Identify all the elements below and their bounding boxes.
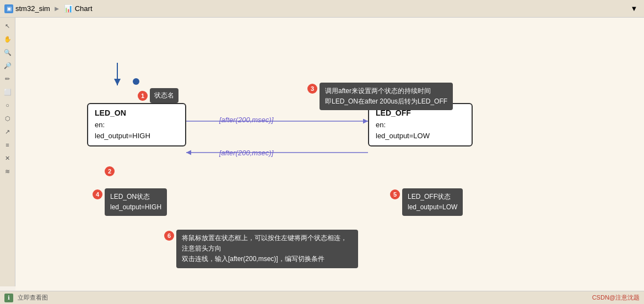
dropdown-button[interactable]: ▼ [629,3,640,14]
sidebar-grid-btn[interactable]: ≋ [2,165,14,177]
transition-top-label[interactable]: [after(200,msec)] [219,116,273,124]
tooltip-1-box: 状态名 [150,88,178,103]
sidebar-hand-btn[interactable]: ✋ [2,33,14,45]
sidebar-list-btn[interactable]: ≡ [2,139,14,151]
led-on-output: led_output=HIGH [95,132,150,140]
led-off-output: led_output=LOW [376,132,430,140]
badge-6: 6 [164,231,174,241]
tooltip-3-line1: 调用after来设置两个状态的持续时间 [325,86,447,96]
initial-state-dot [133,78,139,85]
sidebar-cursor-btn[interactable]: ↖ [2,20,14,32]
tooltip-5-container: 5 LED_OFF状态 led_output=LOW [390,188,463,216]
sidebar-zoomout-btn[interactable]: 🔎 [2,59,14,72]
tooltip-6-line1: 将鼠标放置在状态框上，可以按住左键将两个状态相连，注意箭头方向 [182,233,353,254]
tooltip-6-box: 将鼠标放置在状态框上，可以按住左键将两个状态相连，注意箭头方向 双击连线，输入[… [176,230,358,268]
transition-top-text: [after(200,msec)] [219,116,273,124]
sidebar-arrow-btn[interactable]: ↗ [2,126,14,138]
tooltip-6-line2: 双击连线，输入[after(200,msec)]，编写切换条件 [182,254,353,264]
page-title: Chart [75,4,93,13]
tooltip-5-line1: LED_OFF状态 [408,192,457,202]
tooltip-3-box: 调用after来设置两个状态的持续时间 即LED_ON在after 200us后… [320,83,453,110]
chevron-down-icon: ▼ [631,4,638,13]
sidebar-pencil-btn[interactable]: ✏ [2,73,14,85]
tooltip-4-line1: LED_ON状态 [110,192,161,202]
tooltip-3-container: 3 调用after来设置两个状态的持续时间 即LED_ON在after 200u… [307,83,453,110]
tooltip-3-line2: 即LED_ON在after 200us后转为LED_OFF [325,96,447,107]
info-icon: ℹ [4,294,13,302]
state-led-on[interactable]: LED_ON en: led_output=HIGH [87,103,186,146]
chart-icon: 📊 [64,4,73,13]
sidebar-hex-btn[interactable]: ⬡ [2,112,14,124]
led-on-en: en: [95,121,105,129]
badge-2: 2 [105,166,115,176]
transition-bottom-text: [after(200,msec)] [219,149,273,157]
sidebar-close-btn[interactable]: ✕ [2,152,14,164]
led-on-body: en: led_output=HIGH [95,120,178,141]
led-on-title: LED_ON [95,108,178,117]
badge-5: 5 [390,189,400,199]
badge-1: 1 [138,91,148,101]
led-off-en: en: [376,121,386,129]
tooltip-1-container: 1 状态名 [138,88,178,103]
sidebar-rect-btn[interactable]: ⬜ [2,86,14,98]
transition-bottom-label[interactable]: [after(200,msec)] [219,149,273,157]
canvas-area: LED_ON en: led_output=HIGH LED_OFF en: l… [15,18,644,291]
tooltip-1-text: 状态名 [154,91,174,99]
tooltip-4-line2: led_output=HIGH [110,202,161,213]
title-bar: ▣ stm32_sim ► 📊 Chart ▼ [0,0,644,18]
status-right-text: CSDN@注意沈题 [592,294,640,302]
led-off-body: en: led_output=LOW [376,120,465,141]
left-sidebar: ↖ ✋ 🔍 🔎 ✏ ⬜ ○ ⬡ ↗ ≡ ✕ ≋ [0,18,15,286]
tooltip-4-box: LED_ON状态 led_output=HIGH [105,188,167,216]
status-bar: ℹ 立即查看图 CSDN@注意沈题 [0,291,644,304]
project-icon: ▣ [4,4,13,13]
status-left-text: 立即查看图 [18,294,48,302]
badge-3: 3 [307,84,317,94]
sidebar-zoomin-btn[interactable]: 🔍 [2,46,14,58]
tooltip-5-box: LED_OFF状态 led_output=LOW [402,188,463,216]
badge-4: 4 [93,189,102,199]
sidebar-circle-btn[interactable]: ○ [2,99,14,111]
project-name: stm32_sim [15,4,50,13]
breadcrumb-sep: ► [53,4,61,13]
tooltip-4-container: 4 LED_ON状态 led_output=HIGH [93,188,167,216]
tooltip-6-container: 6 将鼠标放置在状态框上，可以按住左键将两个状态相连，注意箭头方向 双击连线，输… [164,230,358,268]
tooltip-5-line2: led_output=LOW [408,202,457,213]
